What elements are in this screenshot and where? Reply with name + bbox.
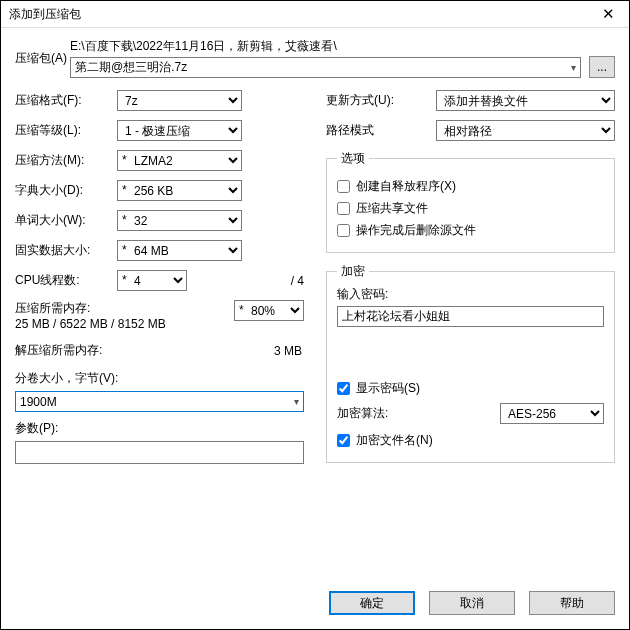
dialog-window: 添加到压缩包 ✕ 压缩包(A) E:\百度下载\2022年11月16日，新剪辑，…: [0, 0, 630, 630]
encnames-checkbox[interactable]: 加密文件名(N): [337, 432, 604, 449]
solid-label: 固实数据大小:: [15, 242, 117, 259]
footer: 确定 取消 帮助: [1, 585, 629, 629]
delete-checkbox[interactable]: 操作完成后删除源文件: [337, 222, 604, 239]
window-title: 添加到压缩包: [1, 6, 587, 23]
level-label: 压缩等级(L):: [15, 122, 117, 139]
close-icon[interactable]: ✕: [587, 1, 629, 27]
encrypt-group: 加密 输入密码: 显示密码(S) 加密算法: AES-256: [326, 263, 615, 463]
cancel-button[interactable]: 取消: [429, 591, 515, 615]
columns: 压缩格式(F): 7z 压缩等级(L): 1 - 极速压缩 压缩方法(M): L…: [15, 90, 615, 473]
format-label: 压缩格式(F):: [15, 92, 117, 109]
memcomp-select[interactable]: 80%: [234, 300, 304, 321]
encmethod-select[interactable]: AES-256: [500, 403, 604, 424]
encmethod-label: 加密算法:: [337, 405, 388, 422]
encrypt-legend: 加密: [337, 263, 369, 280]
archive-path-prefix: E:\百度下载\2022年11月16日，新剪辑，艾薇速看\: [70, 38, 615, 55]
archive-label: 压缩包(A): [15, 50, 70, 67]
archive-filename: 第二期@想三明治.7z: [75, 59, 187, 76]
left-column: 压缩格式(F): 7z 压缩等级(L): 1 - 极速压缩 压缩方法(M): L…: [15, 90, 304, 473]
memcomp-label: 压缩所需内存:: [15, 300, 234, 317]
volume-label: 分卷大小，字节(V):: [15, 370, 304, 387]
threads-label: CPU线程数:: [15, 272, 117, 289]
method-label: 压缩方法(M):: [15, 152, 117, 169]
pathmode-label: 路径模式: [326, 122, 436, 139]
right-column: 更新方式(U): 添加并替换文件 路径模式 相对路径 选项 创建自释放程序(X): [326, 90, 615, 473]
pathmode-select[interactable]: 相对路径: [436, 120, 615, 141]
showpwd-checkbox[interactable]: 显示密码(S): [337, 380, 604, 397]
dict-select[interactable]: 256 KB: [117, 180, 242, 201]
memdec-value: 3 MB: [102, 344, 304, 358]
ok-button[interactable]: 确定: [329, 591, 415, 615]
volume-input[interactable]: 1900M ▾: [15, 391, 304, 412]
memdec-label: 解压缩所需内存:: [15, 342, 102, 359]
word-label: 单词大小(W):: [15, 212, 117, 229]
params-input[interactable]: [15, 441, 304, 464]
chevron-down-icon: ▾: [571, 62, 576, 73]
update-select[interactable]: 添加并替换文件: [436, 90, 615, 111]
help-button[interactable]: 帮助: [529, 591, 615, 615]
browse-button[interactable]: ...: [589, 56, 615, 78]
options-legend: 选项: [337, 150, 369, 167]
password-input[interactable]: [337, 306, 604, 327]
shared-checkbox[interactable]: 压缩共享文件: [337, 200, 604, 217]
format-select[interactable]: 7z: [117, 90, 242, 111]
archive-row: 压缩包(A) E:\百度下载\2022年11月16日，新剪辑，艾薇速看\ 第二期…: [15, 38, 615, 78]
options-group: 选项 创建自释放程序(X) 压缩共享文件 操作完成后删除源文件: [326, 150, 615, 253]
chevron-down-icon: ▾: [294, 396, 299, 407]
threads-select[interactable]: 4: [117, 270, 187, 291]
content-area: 压缩包(A) E:\百度下载\2022年11月16日，新剪辑，艾薇速看\ 第二期…: [1, 28, 629, 585]
sfx-checkbox[interactable]: 创建自释放程序(X): [337, 178, 604, 195]
password-label: 输入密码:: [337, 286, 604, 303]
titlebar: 添加到压缩包 ✕: [1, 1, 629, 28]
params-label: 参数(P):: [15, 420, 304, 437]
solid-select[interactable]: 64 MB: [117, 240, 242, 261]
dict-label: 字典大小(D):: [15, 182, 117, 199]
archive-filename-combo[interactable]: 第二期@想三明治.7z ▾: [70, 57, 581, 78]
memcomp-detail: 25 MB / 6522 MB / 8152 MB: [15, 317, 234, 331]
method-select[interactable]: LZMA2: [117, 150, 242, 171]
word-select[interactable]: 32: [117, 210, 242, 231]
level-select[interactable]: 1 - 极速压缩: [117, 120, 242, 141]
threads-max: / 4: [291, 274, 304, 288]
update-label: 更新方式(U):: [326, 92, 436, 109]
